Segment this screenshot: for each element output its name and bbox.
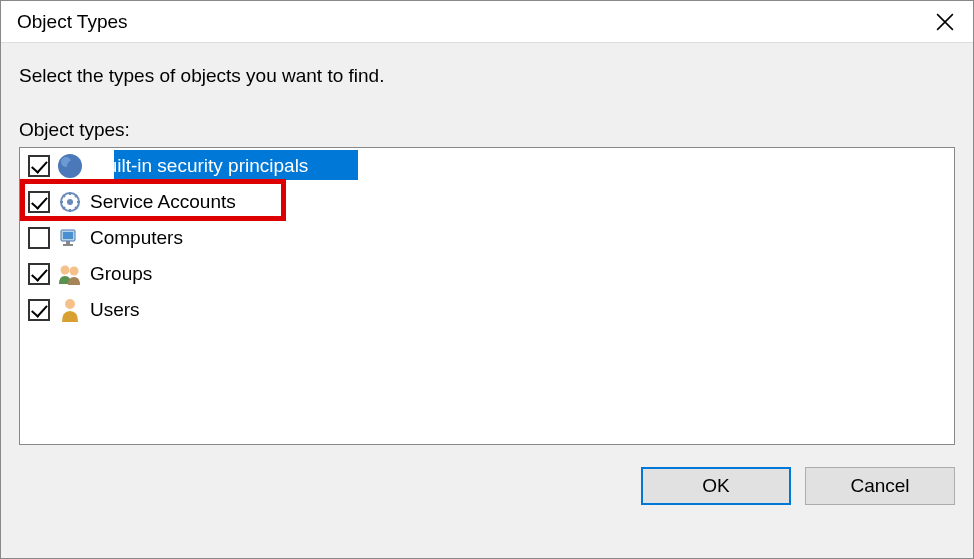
dialog-content: Select the types of objects you want to … — [1, 43, 973, 558]
list-item-label: Groups — [90, 263, 152, 285]
list-item-computers[interactable]: Computers — [20, 220, 954, 256]
checkbox-service-accounts[interactable] — [28, 191, 50, 213]
object-types-dialog: Object Types Select the types of objects… — [0, 0, 974, 559]
list-item-builtin-principals[interactable]: Built-in security principals — [20, 148, 954, 184]
group-icon — [56, 260, 84, 288]
list-item-service-accounts[interactable]: Service Accounts — [20, 184, 954, 220]
checkbox-builtin-principals[interactable] — [28, 155, 50, 177]
dialog-buttons: OK Cancel — [19, 467, 955, 505]
computer-icon — [56, 224, 84, 252]
close-icon — [936, 13, 954, 31]
svg-point-9 — [70, 267, 79, 276]
svg-point-3 — [67, 199, 73, 205]
dialog-title: Object Types — [17, 11, 128, 33]
list-item-label: Computers — [90, 227, 183, 249]
list-item-label: Built-in security principals — [90, 153, 312, 179]
list-label: Object types: — [19, 119, 955, 141]
user-icon — [56, 296, 84, 324]
ok-button[interactable]: OK — [641, 467, 791, 505]
svg-rect-6 — [66, 241, 70, 244]
cancel-button[interactable]: Cancel — [805, 467, 955, 505]
list-item-label: Users — [90, 299, 140, 321]
principals-icon — [56, 152, 84, 180]
titlebar: Object Types — [1, 1, 973, 43]
instruction-text: Select the types of objects you want to … — [19, 65, 955, 87]
checkbox-users[interactable] — [28, 299, 50, 321]
object-types-list[interactable]: Built-in security principals Service Acc… — [19, 147, 955, 445]
list-item-users[interactable]: Users — [20, 292, 954, 328]
service-account-icon — [56, 188, 84, 216]
svg-rect-7 — [63, 244, 73, 246]
checkbox-groups[interactable] — [28, 263, 50, 285]
list-item-label: Service Accounts — [90, 191, 236, 213]
checkbox-computers[interactable] — [28, 227, 50, 249]
svg-point-1 — [67, 160, 79, 172]
close-button[interactable] — [917, 1, 973, 43]
svg-point-8 — [61, 266, 70, 275]
svg-point-10 — [65, 299, 75, 309]
list-item-groups[interactable]: Groups — [20, 256, 954, 292]
svg-rect-5 — [63, 232, 73, 239]
